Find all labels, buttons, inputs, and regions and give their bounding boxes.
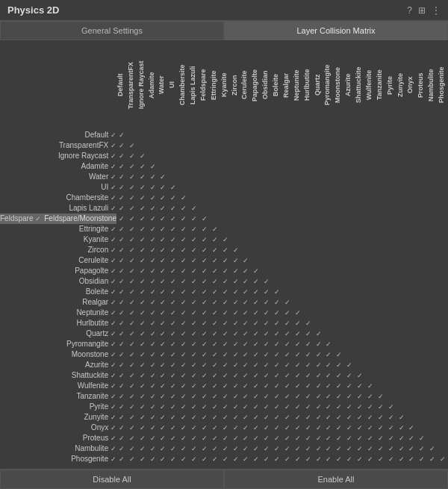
cell-12-4[interactable]: ✓ <box>158 255 168 266</box>
cell-18-17[interactable]: ✓ <box>293 318 303 328</box>
cell-7-21[interactable] <box>334 203 344 214</box>
cell-6-19[interactable] <box>314 193 324 203</box>
cell-2-3[interactable] <box>148 151 158 161</box>
cell-31-27[interactable]: ✓ <box>396 454 407 464</box>
cell-17-28[interactable] <box>406 308 417 318</box>
cell-24-13[interactable]: ✓ <box>251 381 261 391</box>
cell-11-2[interactable]: ✓ <box>137 245 148 255</box>
cell-1-0[interactable]: ✓ <box>116 140 127 151</box>
cell-7-20[interactable] <box>323 203 334 214</box>
cell-22-8[interactable]: ✓ <box>199 360 210 370</box>
cell-17-18[interactable] <box>303 308 314 318</box>
cell-18-4[interactable]: ✓ <box>158 318 168 328</box>
cell-9-21[interactable] <box>334 224 344 234</box>
cell-10-6[interactable]: ✓ <box>178 234 189 245</box>
cell-14-0[interactable]: ✓ <box>116 276 127 287</box>
cell-5-11[interactable] <box>231 182 241 193</box>
cell-14-22[interactable] <box>344 276 355 287</box>
cell-17-12[interactable]: ✓ <box>240 308 251 318</box>
row-checkbox-moonstone[interactable]: ✓ <box>111 349 116 360</box>
cell-4-7[interactable] <box>189 172 199 182</box>
cell-25-11[interactable]: ✓ <box>231 391 241 402</box>
cell-3-21[interactable] <box>334 161 344 172</box>
cell-18-27[interactable] <box>396 318 407 328</box>
cell-5-1[interactable]: ✓ <box>127 182 137 193</box>
cell-23-30[interactable] <box>427 370 438 381</box>
cell-20-10[interactable]: ✓ <box>220 339 231 349</box>
cell-20-29[interactable] <box>417 339 427 349</box>
cell-21-15[interactable]: ✓ <box>272 349 282 360</box>
cell-17-0[interactable]: ✓ <box>116 308 127 318</box>
cell-5-20[interactable] <box>323 182 334 193</box>
cell-26-0[interactable]: ✓ <box>116 402 127 412</box>
cell-7-12[interactable] <box>240 203 251 214</box>
cell-18-29[interactable] <box>417 318 427 328</box>
cell-24-31[interactable] <box>438 381 448 391</box>
cell-14-10[interactable]: ✓ <box>220 276 231 287</box>
cell-28-31[interactable] <box>438 423 448 433</box>
cell-19-24[interactable] <box>365 328 376 339</box>
cell-2-2[interactable]: ✓ <box>137 151 148 161</box>
cell-8-15[interactable] <box>272 214 282 224</box>
cell-31-8[interactable]: ✓ <box>199 454 210 464</box>
cell-7-9[interactable] <box>210 203 220 214</box>
cell-10-4[interactable]: ✓ <box>158 234 168 245</box>
cell-11-7[interactable]: ✓ <box>189 245 199 255</box>
cell-5-14[interactable] <box>261 182 272 193</box>
cell-10-25[interactable] <box>376 234 386 245</box>
cell-23-12[interactable]: ✓ <box>240 370 251 381</box>
cell-23-26[interactable] <box>386 370 396 381</box>
cell-28-15[interactable]: ✓ <box>272 423 282 433</box>
cell-30-24[interactable]: ✓ <box>365 443 376 454</box>
cell-24-8[interactable]: ✓ <box>199 381 210 391</box>
cell-22-25[interactable] <box>376 360 386 370</box>
cell-5-23[interactable] <box>355 182 365 193</box>
cell-27-17[interactable]: ✓ <box>293 412 303 423</box>
cell-30-17[interactable]: ✓ <box>293 443 303 454</box>
cell-6-3[interactable]: ✓ <box>148 193 158 203</box>
cell-11-3[interactable]: ✓ <box>148 245 158 255</box>
cell-12-3[interactable]: ✓ <box>148 255 158 266</box>
cell-21-30[interactable] <box>427 349 438 360</box>
cell-21-26[interactable] <box>386 349 396 360</box>
cell-28-19[interactable]: ✓ <box>314 423 324 433</box>
cell-21-3[interactable]: ✓ <box>148 349 158 360</box>
cell-26-25[interactable]: ✓ <box>376 402 386 412</box>
cell-22-1[interactable]: ✓ <box>127 360 137 370</box>
cell-14-29[interactable] <box>417 276 427 287</box>
cell-7-10[interactable] <box>220 203 231 214</box>
row-checkbox-zunyite[interactable]: ✓ <box>111 412 116 423</box>
cell-22-19[interactable]: ✓ <box>314 360 324 370</box>
cell-6-2[interactable]: ✓ <box>137 193 148 203</box>
row-checkbox-transparentfx[interactable]: ✓ <box>111 140 116 151</box>
cell-3-18[interactable] <box>303 161 314 172</box>
cell-29-10[interactable]: ✓ <box>220 433 231 443</box>
cell-17-13[interactable]: ✓ <box>251 308 261 318</box>
cell-1-3[interactable] <box>148 140 158 151</box>
cell-4-4[interactable]: ✓ <box>158 172 168 182</box>
cell-18-24[interactable] <box>365 318 376 328</box>
tab-layer-collision[interactable]: Layer Collision Matrix <box>224 21 448 40</box>
cell-27-1[interactable]: ✓ <box>127 412 137 423</box>
cell-17-31[interactable] <box>438 308 448 318</box>
cell-24-7[interactable]: ✓ <box>189 381 199 391</box>
cell-18-30[interactable] <box>427 318 438 328</box>
cell-0-15[interactable] <box>272 130 282 140</box>
cell-24-29[interactable] <box>417 381 427 391</box>
cell-17-23[interactable] <box>355 308 365 318</box>
cell-21-19[interactable]: ✓ <box>314 349 324 360</box>
cell-31-10[interactable]: ✓ <box>220 454 231 464</box>
cell-8-29[interactable] <box>417 214 427 224</box>
cell-19-16[interactable]: ✓ <box>282 328 293 339</box>
cell-29-3[interactable]: ✓ <box>148 433 158 443</box>
cell-3-31[interactable] <box>438 161 448 172</box>
cell-7-5[interactable]: ✓ <box>168 203 178 214</box>
cell-6-12[interactable] <box>240 193 251 203</box>
cell-29-20[interactable]: ✓ <box>323 433 334 443</box>
cell-30-31[interactable] <box>438 443 448 454</box>
cell-4-0[interactable]: ✓ <box>116 172 127 182</box>
cell-26-6[interactable]: ✓ <box>178 402 189 412</box>
cell-16-17[interactable] <box>293 297 303 308</box>
cell-2-18[interactable] <box>303 151 314 161</box>
cell-1-8[interactable] <box>199 140 210 151</box>
